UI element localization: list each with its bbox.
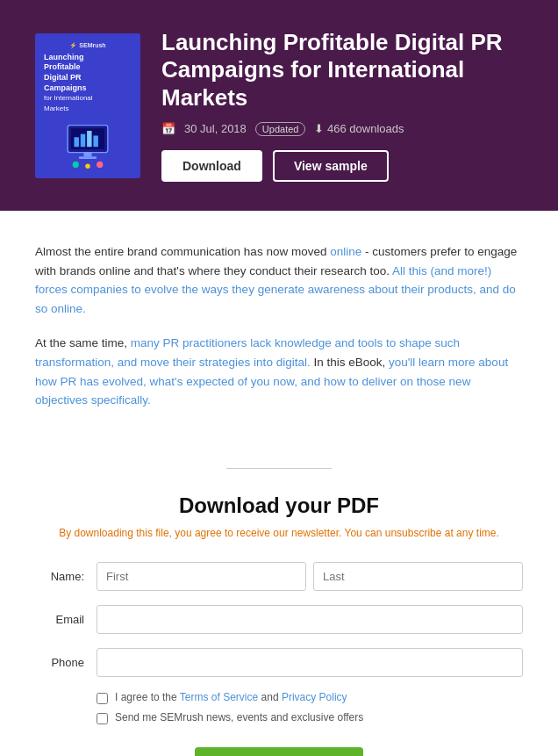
name-label: Name: bbox=[35, 570, 97, 583]
download-form-title: Download your PDF bbox=[35, 493, 523, 518]
book-cover-graphic bbox=[57, 121, 118, 169]
svg-rect-2 bbox=[74, 137, 78, 147]
phone-label: Phone bbox=[35, 656, 97, 669]
newsletter-checkbox-row: Send me SEMrush news, events and exclusi… bbox=[35, 711, 523, 724]
terms-of-service-link[interactable]: Terms of Service bbox=[180, 691, 258, 703]
svg-rect-7 bbox=[79, 156, 97, 159]
last-name-input[interactable] bbox=[313, 562, 523, 591]
calendar-icon: 📅 bbox=[161, 122, 175, 135]
newsletter-checkbox[interactable] bbox=[97, 713, 108, 724]
page-title: Launching Profitable Digital PR Campaign… bbox=[161, 29, 523, 112]
email-inputs bbox=[97, 605, 523, 634]
downloads-info: ⬇ 466 downloads bbox=[314, 122, 404, 135]
tos-label: I agree to the Terms of Service and Priv… bbox=[115, 691, 347, 703]
phone-row: Phone bbox=[35, 648, 523, 677]
name-inputs bbox=[97, 562, 523, 591]
book-cover-logo: ⚡ SEMrush bbox=[69, 42, 105, 49]
phone-inputs bbox=[97, 648, 523, 677]
section-divider bbox=[226, 468, 332, 469]
header-section: ⚡ SEMrush LaunchingProfitableDigital PRC… bbox=[0, 0, 558, 211]
download-form-section: Download your PDF By downloading this fi… bbox=[0, 493, 558, 756]
download-button[interactable]: Download bbox=[161, 150, 262, 182]
newsletter-label: Send me SEMrush news, events and exclusi… bbox=[115, 711, 363, 724]
publish-date: 30 Jul, 2018 bbox=[184, 122, 247, 135]
svg-point-8 bbox=[73, 161, 79, 167]
download-pdf-button[interactable]: Download PDF bbox=[195, 747, 364, 756]
tos-checkbox-row: I agree to the Terms of Service and Priv… bbox=[35, 691, 523, 704]
updated-badge: Updated bbox=[255, 122, 306, 136]
name-row: Name: bbox=[35, 562, 523, 591]
book-cover-title: LaunchingProfitableDigital PRCampaignsfo… bbox=[44, 53, 132, 114]
svg-rect-5 bbox=[93, 135, 97, 147]
email-row: Email bbox=[35, 605, 523, 634]
content-section: Almost the entire brand communication ha… bbox=[0, 211, 558, 443]
view-sample-button[interactable]: View sample bbox=[273, 150, 389, 182]
privacy-policy-link[interactable]: Privacy Policy bbox=[282, 691, 347, 703]
svg-point-10 bbox=[97, 161, 103, 167]
svg-rect-4 bbox=[87, 131, 91, 147]
book-cover: ⚡ SEMrush LaunchingProfitableDigital PRC… bbox=[35, 33, 140, 178]
header-content: Launching Profitable Digital PR Campaign… bbox=[161, 29, 523, 182]
tos-checkbox[interactable] bbox=[97, 693, 108, 704]
download-form-subtitle: By downloading this file, you agree to r… bbox=[35, 527, 523, 539]
svg-rect-6 bbox=[83, 152, 91, 156]
svg-rect-3 bbox=[81, 133, 85, 147]
description-para2: At the same time, many PR practitioners … bbox=[35, 334, 523, 409]
email-label: Email bbox=[35, 613, 97, 626]
first-name-input[interactable] bbox=[97, 562, 306, 591]
phone-input[interactable] bbox=[97, 648, 523, 677]
download-arrow-icon: ⬇ bbox=[314, 122, 324, 135]
header-meta: 📅 30 Jul, 2018 Updated ⬇ 466 downloads bbox=[161, 122, 523, 136]
header-buttons: Download View sample bbox=[161, 150, 523, 182]
svg-point-9 bbox=[85, 163, 89, 168]
email-input[interactable] bbox=[97, 605, 523, 634]
description-para1: Almost the entire brand communication ha… bbox=[35, 242, 523, 318]
